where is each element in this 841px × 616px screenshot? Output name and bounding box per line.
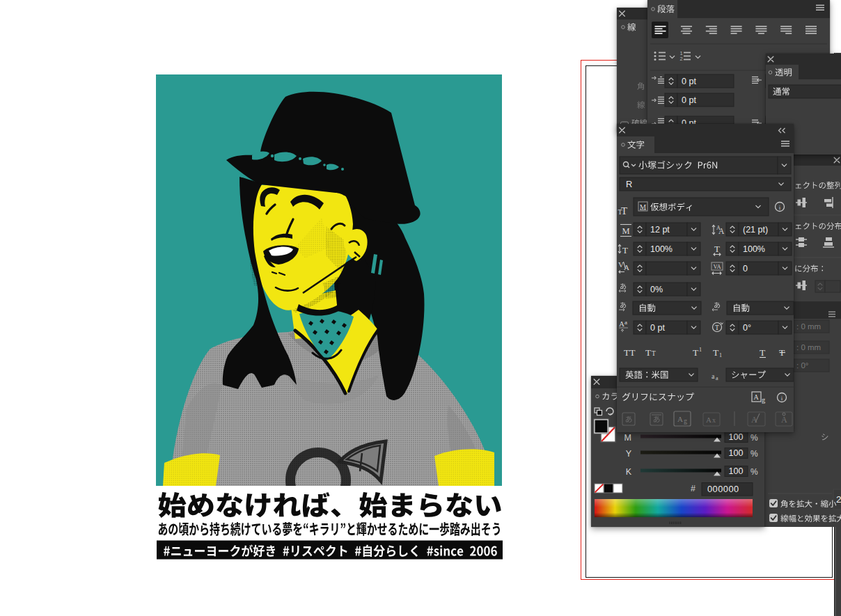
- svg-text:M: M: [624, 433, 631, 443]
- svg-text:g: g: [762, 396, 766, 404]
- svg-text:a: a: [716, 375, 718, 381]
- svg-text:g: g: [684, 417, 687, 425]
- svg-text:A: A: [677, 415, 683, 423]
- svg-text:A: A: [624, 263, 629, 271]
- svg-text:T: T: [645, 347, 652, 358]
- svg-text:T: T: [618, 208, 622, 216]
- svg-text:T: T: [760, 347, 766, 358]
- svg-text:A: A: [706, 416, 712, 424]
- svg-text:12 pt: 12 pt: [650, 225, 670, 235]
- svg-text:100%: 100%: [650, 244, 673, 254]
- svg-text:1: 1: [719, 352, 722, 358]
- svg-text:a: a: [712, 372, 715, 380]
- svg-text:0: 0: [743, 264, 748, 274]
- svg-text:0 pt: 0 pt: [650, 323, 665, 333]
- svg-text:A: A: [619, 319, 624, 328]
- svg-text:T: T: [715, 324, 719, 331]
- svg-text:0 pt: 0 pt: [682, 77, 696, 86]
- svg-text:0 pt: 0 pt: [682, 95, 696, 105]
- svg-text:(21 pt): (21 pt): [743, 225, 768, 235]
- svg-text:1: 1: [699, 347, 702, 353]
- svg-text:T: T: [652, 350, 656, 357]
- svg-text:M: M: [622, 226, 629, 236]
- svg-text:%: %: [750, 467, 758, 477]
- svg-text:K: K: [626, 467, 632, 477]
- svg-text:: 0°: : 0°: [796, 361, 808, 370]
- svg-text:R: R: [626, 179, 632, 189]
- svg-text:0%: 0%: [650, 285, 663, 294]
- svg-text:x: x: [712, 416, 716, 424]
- svg-text:100: 100: [729, 448, 744, 458]
- svg-text:V: V: [618, 260, 624, 269]
- svg-text:: 0 mm: : 0 mm: [796, 343, 821, 352]
- svg-text:%: %: [750, 449, 758, 459]
- svg-text:#: #: [691, 484, 695, 493]
- svg-text:: 0 mm: : 0 mm: [796, 322, 821, 331]
- svg-text:100: 100: [729, 466, 744, 476]
- svg-text:A: A: [716, 225, 721, 231]
- svg-text:000000: 000000: [707, 484, 739, 494]
- svg-text:100%: 100%: [743, 244, 765, 254]
- svg-text:T: T: [713, 347, 719, 358]
- svg-text:A: A: [781, 415, 787, 425]
- svg-text:0°: 0°: [743, 323, 751, 333]
- svg-text:a: a: [624, 319, 627, 326]
- svg-text:T: T: [693, 347, 699, 358]
- svg-text:VA: VA: [713, 263, 721, 270]
- svg-text:%: %: [750, 433, 758, 443]
- svg-text:A: A: [753, 393, 759, 401]
- svg-text:2: 2: [836, 494, 841, 505]
- svg-text:Y: Y: [626, 449, 632, 459]
- svg-text:TT: TT: [624, 347, 636, 358]
- svg-text:T: T: [714, 244, 720, 254]
- svg-text:100: 100: [729, 432, 744, 442]
- svg-text:2: 2: [679, 56, 682, 62]
- svg-text:T: T: [622, 245, 628, 255]
